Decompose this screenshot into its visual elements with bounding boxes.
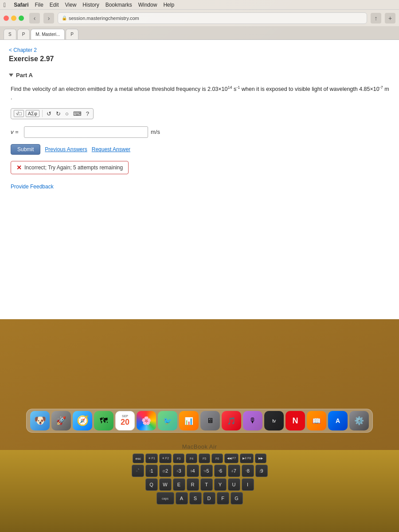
answer-label: v = xyxy=(11,129,21,135)
menu-view[interactable]: View xyxy=(65,2,77,8)
key-esc[interactable]: esc xyxy=(133,454,144,463)
dock-finder[interactable]: 🐶 xyxy=(30,411,50,430)
key-g[interactable]: G xyxy=(231,492,243,505)
unit-label: m/s xyxy=(151,129,160,135)
menu-file[interactable]: File xyxy=(35,2,43,8)
dock-stats[interactable]: 📊 xyxy=(179,411,199,430)
key-r[interactable]: R xyxy=(187,478,199,491)
bottom-key-row: caps A S D F G xyxy=(156,492,243,505)
dock-app1[interactable]: 🐦 xyxy=(158,411,177,430)
dock: 🐶 🚀 🧭 🗺 SEP 20 🌸 🐦 📊 🖥 🎵 🎙 tv N 📖 A ⚙️ xyxy=(26,409,373,433)
dock-podcast[interactable]: 🎙 xyxy=(243,411,262,430)
key-y[interactable]: Y xyxy=(214,478,227,491)
menu-history[interactable]: History xyxy=(82,2,99,8)
number-key-row: ~` !1 @2 #3 $4 %5 ^6 &7 *8 (9 xyxy=(132,465,268,477)
key-1[interactable]: !1 xyxy=(145,465,158,477)
dock-photos[interactable]: 🌸 xyxy=(137,411,156,430)
submit-button[interactable]: Submit xyxy=(11,144,40,155)
browser-chrome: ‹ › 🔒 session.masteringchemistry.com ↑ +… xyxy=(0,10,399,40)
key-w[interactable]: W xyxy=(159,478,172,491)
minimize-window-button[interactable] xyxy=(11,16,16,21)
key-caps[interactable]: caps xyxy=(156,492,174,505)
menu-help[interactable]: Help xyxy=(163,2,174,8)
error-icon: ✕ xyxy=(16,164,22,171)
key-tilde[interactable]: ~` xyxy=(132,465,144,477)
close-window-button[interactable] xyxy=(4,16,9,21)
laptop-body:  Safari File Edit View History Bookmark… xyxy=(0,0,399,532)
macbook-label: MacBook Air xyxy=(0,443,399,450)
tab-mastering[interactable]: M. Masteri... xyxy=(31,29,65,39)
action-row: Submit Previous Answers Request Answer xyxy=(11,144,390,155)
key-e[interactable]: E xyxy=(173,478,185,491)
greek-button[interactable]: AΣφ xyxy=(26,110,39,117)
key-8[interactable]: *8 xyxy=(242,465,254,477)
feedback-link[interactable]: Provide Feedback xyxy=(11,184,54,190)
dock-launchpad[interactable]: 🚀 xyxy=(51,411,71,430)
back-button[interactable]: ‹ xyxy=(29,13,40,23)
sqrt-button[interactable]: √□ xyxy=(14,110,24,117)
answer-input[interactable] xyxy=(24,126,148,138)
key-9[interactable]: (9 xyxy=(255,465,268,477)
tab-p2[interactable]: P xyxy=(66,29,78,39)
tab-bar: S P M. Masteri... P xyxy=(0,26,399,39)
dock-maps[interactable]: 🗺 xyxy=(94,411,113,430)
previous-answers-button[interactable]: Previous Answers xyxy=(45,146,87,153)
key-f9[interactable]: ▶▶ xyxy=(255,454,266,463)
key-7[interactable]: &7 xyxy=(228,465,240,477)
key-f3[interactable]: F3 xyxy=(173,454,184,463)
key-f[interactable]: F xyxy=(217,492,229,505)
share-button[interactable]: ↑ xyxy=(371,13,381,23)
dock-safari[interactable]: 🧭 xyxy=(73,411,92,430)
dock-appletv[interactable]: tv xyxy=(264,411,284,430)
keyboard-button[interactable]: ⌨ xyxy=(72,110,83,117)
key-i[interactable]: I xyxy=(242,478,254,491)
keyboard: esc ☀ F1 ☀ F2 F3 F4 F5 F6 ◀◀ F7 ▶II F8 ▶… xyxy=(0,450,399,532)
key-f2[interactable]: ☀ F2 xyxy=(159,454,172,463)
key-d[interactable]: D xyxy=(203,492,215,505)
menu-safari[interactable]: Safari xyxy=(14,2,28,8)
apple-menu[interactable]:  xyxy=(4,1,6,8)
key-u[interactable]: U xyxy=(228,478,240,491)
key-f6[interactable]: F6 xyxy=(211,454,223,463)
help-button[interactable]: ? xyxy=(85,110,90,117)
key-f5[interactable]: F5 xyxy=(199,454,210,463)
collapse-icon[interactable] xyxy=(9,74,13,77)
key-t[interactable]: T xyxy=(200,478,213,491)
menu-window[interactable]: Window xyxy=(138,2,157,8)
dock-netflix[interactable]: N xyxy=(286,411,305,430)
forward-button[interactable]: › xyxy=(43,13,54,23)
key-s[interactable]: S xyxy=(189,492,202,505)
key-a[interactable]: A xyxy=(176,492,188,505)
address-bar[interactable]: 🔒 session.masteringchemistry.com xyxy=(58,12,367,24)
tab-p1[interactable]: P xyxy=(17,29,30,39)
key-f7[interactable]: ◀◀ F7 xyxy=(224,454,239,463)
dock-calendar[interactable]: SEP 20 xyxy=(115,411,135,430)
request-answer-button[interactable]: Request Answer xyxy=(92,146,130,153)
maximize-window-button[interactable] xyxy=(19,16,24,21)
key-q[interactable]: Q xyxy=(145,478,158,491)
tab-s[interactable]: S xyxy=(4,29,16,39)
dock-music[interactable]: 🎵 xyxy=(222,411,241,430)
key-6[interactable]: ^6 xyxy=(214,465,227,477)
dock-monitor[interactable]: 🖥 xyxy=(200,411,220,430)
url-text: session.masteringchemistry.com xyxy=(69,16,139,21)
dock-appstore[interactable]: A xyxy=(328,411,348,430)
dock-settings[interactable]: ⚙️ xyxy=(349,411,369,430)
key-2[interactable]: @2 xyxy=(159,465,172,477)
key-3[interactable]: #3 xyxy=(173,465,185,477)
new-tab-button[interactable]: + xyxy=(385,13,395,23)
lock-icon: 🔒 xyxy=(62,16,67,20)
key-f8[interactable]: ▶II F8 xyxy=(240,454,254,463)
key-5[interactable]: %5 xyxy=(200,465,213,477)
fn-key-row: esc ☀ F1 ☀ F2 F3 F4 F5 F6 ◀◀ F7 ▶II F8 ▶… xyxy=(133,454,266,463)
menu-edit[interactable]: Edit xyxy=(50,2,59,8)
undo-button[interactable]: ↺ xyxy=(45,110,53,117)
redo-button[interactable]: ↻ xyxy=(55,110,62,117)
key-4[interactable]: $4 xyxy=(187,465,199,477)
reset-button[interactable]: ○ xyxy=(64,110,70,117)
menu-bookmarks[interactable]: Bookmarks xyxy=(106,2,132,8)
key-f4[interactable]: F4 xyxy=(186,454,197,463)
key-f1[interactable]: ☀ F1 xyxy=(145,454,158,463)
dock-books[interactable]: 📖 xyxy=(307,411,326,430)
chapter-link[interactable]: < Chapter 2 xyxy=(9,47,390,53)
